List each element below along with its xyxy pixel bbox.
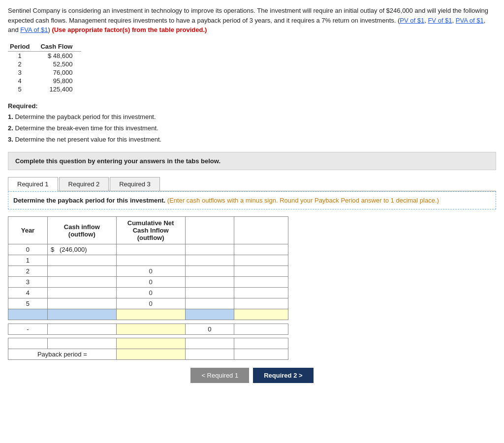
table-row: 5 125,400	[8, 85, 81, 93]
table-row: 2 52,500	[8, 60, 81, 68]
year-3: 3	[8, 277, 48, 288]
col5-4	[234, 288, 288, 298]
instruction-main: Determine the payback period for this in…	[13, 197, 165, 204]
extra-cash-input[interactable]	[51, 340, 113, 347]
col5-header	[234, 217, 288, 244]
extra-cumulative	[116, 338, 185, 349]
required-item-2: 2. Determine the break-even time for thi…	[8, 123, 496, 134]
dash-cash	[47, 324, 116, 335]
cash-3-input[interactable]	[51, 278, 113, 286]
table-row: 5 0	[8, 298, 288, 309]
required-item-3: 3. Determine the net present value for t…	[8, 135, 496, 145]
blue-year	[8, 309, 48, 320]
cashflow-cell: $ 48,600	[38, 51, 81, 60]
col4-2	[185, 266, 234, 277]
required1-button[interactable]: < Required 1	[190, 368, 249, 383]
cash-0: $ (246,000)	[47, 244, 116, 255]
cumulative-1	[116, 255, 185, 266]
pva-link[interactable]: PVA of $1	[456, 17, 484, 24]
cash-5-input[interactable]	[51, 300, 113, 307]
col5-0	[234, 244, 288, 255]
col5-2	[234, 266, 288, 277]
cumulative-0	[116, 244, 185, 255]
col4-header	[185, 217, 234, 244]
year-header: Year	[8, 217, 48, 244]
blue-col5-input[interactable]	[237, 311, 285, 318]
cumulative-5: 0	[116, 298, 185, 309]
period-cell: 4	[8, 77, 38, 85]
col5-5	[234, 298, 288, 309]
pv-link[interactable]: PV of $1	[400, 17, 424, 24]
cash-2	[47, 266, 116, 277]
cashflow-cell: 52,500	[38, 60, 81, 68]
blue-col4	[185, 309, 234, 320]
extra-cumulative-input[interactable]	[120, 340, 182, 347]
year-0: 0	[8, 244, 48, 255]
col4-3	[185, 277, 234, 288]
required-title: Required:	[8, 102, 38, 110]
cashflow-cell: 95,800	[38, 77, 81, 85]
extra-row	[8, 338, 288, 349]
payback-value-cell	[116, 349, 185, 360]
dash-col5	[234, 324, 288, 335]
tab-required3[interactable]: Required 3	[110, 177, 160, 191]
cash-4-input[interactable]	[51, 289, 113, 296]
period-cell: 5	[8, 85, 38, 93]
cash-2-input[interactable]	[51, 267, 113, 275]
blue-cumulative-input[interactable]	[120, 311, 182, 318]
year-1: 1	[8, 255, 48, 266]
bottom-nav: < Required 1 Required 2 >	[8, 368, 496, 383]
dash-cumulative-input[interactable]	[120, 325, 182, 333]
dash-cumulative	[116, 324, 185, 335]
cash-5	[47, 298, 116, 309]
period-cell: 2	[8, 60, 38, 68]
fva-link[interactable]: FVA of $1	[20, 26, 48, 33]
cumulative-header: Cumulative NetCash Inflow(outflow)	[116, 217, 185, 244]
table-row: 3 0	[8, 277, 288, 288]
col4-4	[185, 288, 234, 298]
cumulative-4: 0	[116, 288, 185, 298]
table-row: 0 $ (246,000)	[8, 244, 288, 255]
cashflow-header: Cash Flow	[38, 42, 81, 52]
payback-value-input[interactable]	[120, 351, 182, 358]
cumulative-0-input[interactable]	[120, 246, 182, 253]
required-section: Required: 1. Determine the payback perio…	[8, 101, 496, 145]
payback-label: Payback period =	[8, 349, 117, 360]
year-5: 5	[8, 298, 48, 309]
blue-cash	[47, 309, 116, 320]
cash-1-input[interactable]	[51, 257, 113, 264]
period-cell: 3	[8, 68, 38, 77]
instruction-box: Determine the payback period for this in…	[8, 191, 496, 210]
table-row: 3 76,000	[8, 68, 81, 77]
col4-5	[185, 298, 234, 309]
blue-cumulative	[116, 309, 185, 320]
table-row: 4 95,800	[8, 77, 81, 85]
cash-4	[47, 288, 116, 298]
blue-col5	[234, 309, 288, 320]
col5-1	[234, 255, 288, 266]
extra-year	[8, 338, 48, 349]
fv-link[interactable]: FV of $1	[428, 17, 452, 24]
table-row: 1	[8, 255, 288, 266]
table-row: 1 $ 48,600	[8, 51, 81, 60]
cashflow-cell: 125,400	[38, 85, 81, 93]
table-instruction: (Use appropriate factor(s) from the tabl…	[52, 26, 207, 33]
col4-1	[185, 255, 234, 266]
extra-cash	[47, 338, 116, 349]
cashflow-cell: 76,000	[38, 68, 81, 77]
payback-col5	[234, 349, 288, 360]
cumulative-1-input[interactable]	[120, 257, 182, 264]
tab-required1[interactable]: Required 1	[8, 177, 58, 191]
cash-1	[47, 255, 116, 266]
required-item-1: 1. Determine the payback period for this…	[8, 112, 496, 122]
spacer-row-2	[8, 335, 288, 338]
payback-row: Payback period =	[8, 349, 288, 360]
tabs-row: Required 1 Required 2 Required 3	[8, 177, 496, 191]
tab-required2[interactable]: Required 2	[59, 177, 109, 191]
col5-3	[234, 277, 288, 288]
dash-cash-input[interactable]	[51, 325, 113, 333]
required2-button[interactable]: Required 2 >	[253, 368, 313, 383]
dash-col4: 0	[185, 324, 234, 335]
year-4: 4	[8, 288, 48, 298]
main-data-table: Year Cash inflow(outflow) Cumulative Net…	[8, 216, 288, 360]
